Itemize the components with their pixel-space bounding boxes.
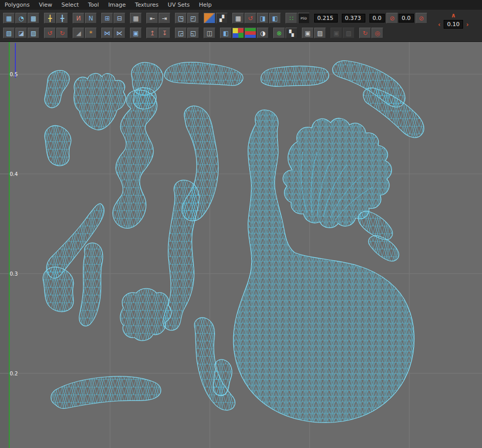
tile-grid-icon[interactable]: ▦ xyxy=(130,13,142,24)
toolbar-row-2: ▧◪▨↺↻◢*⋈⋉▣↥↧◲◱◫◧◑⊗▚▣▨▣▨↻◎ xyxy=(3,26,480,40)
paste-icon[interactable]: ▨ xyxy=(314,28,326,38)
flip-v-icon[interactable]: N xyxy=(85,13,97,24)
cut-uv-edges-icon[interactable]: ◢ xyxy=(73,28,84,38)
view-grid-icon[interactable]: ▦ xyxy=(232,13,244,24)
refresh-target-icon[interactable]: ◎ xyxy=(371,28,383,38)
uv-select-shell-icon[interactable]: ◪ xyxy=(15,28,27,38)
cycle-uvs-icon[interactable]: ↻ xyxy=(359,28,371,38)
toolbar-group: ⊞⊟ xyxy=(101,13,126,24)
rgb-channels-icon[interactable] xyxy=(245,28,256,38)
sew-uv-edges-icon-glyph: ⋈ xyxy=(104,30,111,36)
uv-shell[interactable] xyxy=(120,288,171,341)
uv-shell[interactable] xyxy=(79,243,103,326)
uv-shell[interactable] xyxy=(283,118,391,228)
toolbar-group: ◳◰ xyxy=(175,13,200,24)
checker-map-icon[interactable] xyxy=(232,28,244,38)
step-up-button[interactable]: ∧ xyxy=(450,12,457,18)
uv-shell[interactable] xyxy=(45,125,71,166)
move-uv-shell-tool-icon[interactable]: ▩ xyxy=(28,13,39,24)
step-value-field[interactable]: 0.10 xyxy=(444,20,463,29)
align-v-max-icon[interactable]: ↥ xyxy=(146,28,158,38)
move-v-icon-glyph: ╋ xyxy=(60,15,64,21)
psd-export-icon[interactable]: PSD xyxy=(298,13,310,24)
uv-shell[interactable] xyxy=(74,73,125,129)
copy-uvs-icon[interactable]: ⊞ xyxy=(101,13,113,24)
uv-shell[interactable] xyxy=(213,360,232,396)
move-and-sew-icon-glyph: ⋉ xyxy=(117,30,123,36)
toolbar-group: ⇤⇥ xyxy=(146,13,171,24)
copy-disabled-icon[interactable]: ▣ xyxy=(331,28,342,38)
toolbar-group: ▦◔▩ xyxy=(3,13,40,24)
toolbar-group: ▣▨ xyxy=(331,28,355,38)
unfold-uvs-icon[interactable]: ◲ xyxy=(175,28,187,38)
shade-uvs-icon[interactable]: ↺ xyxy=(245,13,256,24)
move-v-icon[interactable]: ╋ xyxy=(56,13,68,24)
snap-corner-icon[interactable]: ◰ xyxy=(187,13,199,24)
uv-shell[interactable] xyxy=(113,90,157,228)
menu-polygons[interactable]: Polygons xyxy=(0,1,34,9)
snap-pixels-icon-glyph: ⊗ xyxy=(276,30,281,36)
align-u-max-icon[interactable]: ⇥ xyxy=(159,13,170,24)
uv-editor-canvas[interactable]: 0.50.40.30.2 xyxy=(0,42,482,448)
uv-grid-alt-icon[interactable]: ▨ xyxy=(28,28,39,38)
rotate-uvs-ccw-button[interactable]: ⊘ xyxy=(386,13,398,24)
uv-shell[interactable] xyxy=(45,71,70,108)
paste-uvs-icon[interactable]: ⊟ xyxy=(114,13,125,24)
snap-border-icon[interactable]: ◳ xyxy=(175,13,187,24)
rotate-cw-icon-glyph: ↻ xyxy=(59,30,64,36)
uv-shell[interactable] xyxy=(51,376,161,409)
uv-shell[interactable] xyxy=(368,236,399,261)
toolbar-group: ↺↻ xyxy=(44,28,69,38)
toolbar-group: ⋈⋉ xyxy=(101,28,126,38)
step-left-button[interactable]: ‹ xyxy=(437,21,442,28)
split-uvs-icon[interactable]: * xyxy=(85,28,97,38)
rotation-angle-field[interactable]: 0.0 xyxy=(369,14,385,23)
alpha-channel-icon[interactable]: ◑ xyxy=(257,28,269,38)
dim-checker-icon[interactable]: ▚ xyxy=(286,28,297,38)
uv-shell[interactable] xyxy=(43,267,74,311)
v-coordinate-field[interactable]: 0.373 xyxy=(342,14,365,23)
step-right-button[interactable]: › xyxy=(465,21,470,28)
menu-textures[interactable]: Textures xyxy=(130,1,163,9)
no-entry-icon: ⊘ xyxy=(389,15,395,21)
layout-uvs-icon[interactable]: ▣ xyxy=(130,28,142,38)
uv-lattice-tool-icon[interactable]: ▦ xyxy=(3,13,15,24)
uv-lattice-alt-icon[interactable]: ▧ xyxy=(3,28,15,38)
texture-borders-icon[interactable]: ◨ xyxy=(257,13,269,24)
uv-canvas-svg[interactable]: 0.50.40.30.2 xyxy=(0,42,482,448)
dim-image-icon[interactable]: ▞ xyxy=(216,13,228,24)
menu-uv-sets[interactable]: UV Sets xyxy=(163,1,194,9)
menu-tool[interactable]: Tool xyxy=(83,1,103,9)
align-u-min-icon[interactable]: ⇤ xyxy=(146,13,158,24)
menu-image[interactable]: Image xyxy=(103,1,130,9)
uv-smudge-tool-icon[interactable]: ◔ xyxy=(15,13,27,24)
menu-view[interactable]: View xyxy=(34,1,57,9)
stack-shells-icon[interactable]: ◫ xyxy=(204,28,215,38)
move-u-icon-glyph: ╋ xyxy=(48,15,52,21)
paste-disabled-icon[interactable]: ▨ xyxy=(343,28,355,38)
menu-help[interactable]: Help xyxy=(194,1,216,9)
rotation-angle-field-2[interactable]: 0.0 xyxy=(399,14,414,23)
u-coordinate-field[interactable]: 0.215 xyxy=(314,14,338,23)
menu-select[interactable]: Select xyxy=(57,1,83,9)
uv-shell[interactable] xyxy=(261,66,329,86)
relax-uvs-icon[interactable]: ◱ xyxy=(187,28,199,38)
display-image-icon[interactable] xyxy=(204,13,215,24)
toggle-filtered-icon[interactable]: ◧ xyxy=(220,28,232,38)
rotate-ccw-icon[interactable]: ↺ xyxy=(44,28,56,38)
rotate-cw-icon[interactable]: ↻ xyxy=(56,28,68,38)
flip-u-icon[interactable]: И xyxy=(73,13,84,24)
copy-icon[interactable]: ▣ xyxy=(302,28,314,38)
move-u-icon[interactable]: ╋ xyxy=(44,13,56,24)
snap-pixels-icon[interactable]: ⊗ xyxy=(273,28,285,38)
uv-grid-alt-icon-glyph: ▨ xyxy=(31,30,36,36)
toggle-filtered-icon-glyph: ◧ xyxy=(223,30,229,36)
sew-uv-edges-icon[interactable]: ⋈ xyxy=(101,28,113,38)
pixel-snap-icon[interactable]: ∷ xyxy=(286,13,297,24)
uv-shell[interactable] xyxy=(164,62,243,86)
rotate-uvs-cw-button[interactable]: ⊘ xyxy=(415,13,427,24)
move-and-sew-icon[interactable]: ⋉ xyxy=(114,28,125,38)
display-distortion-icon[interactable]: ◧ xyxy=(269,13,281,24)
shade-uvs-icon-glyph: ↺ xyxy=(248,15,253,21)
align-v-min-icon[interactable]: ↧ xyxy=(159,28,170,38)
